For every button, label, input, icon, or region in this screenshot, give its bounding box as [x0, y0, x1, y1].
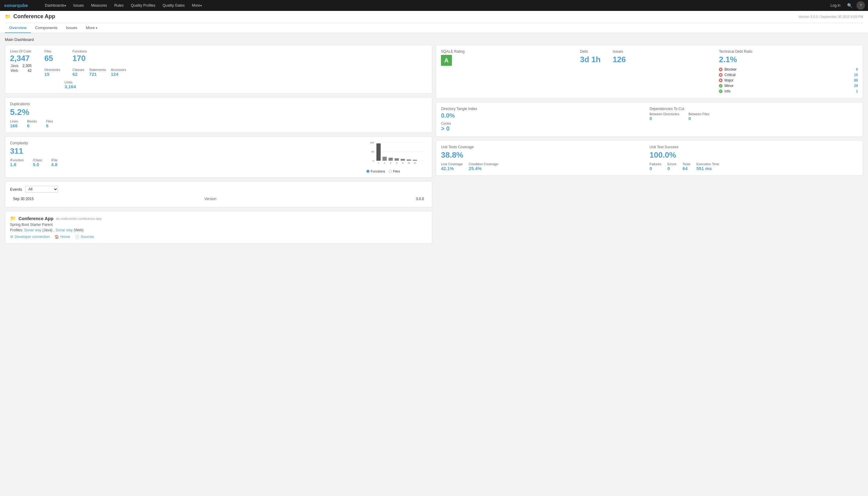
exec-time-value[interactable]: 551 ms [696, 166, 719, 171]
sqale-card: SQALE Rating A Debt 3d 1h Issues 126 [436, 45, 863, 98]
success-value[interactable]: 100.0% [649, 150, 858, 160]
directories-stat: Directories 15 [44, 68, 60, 77]
table-row: Web 42 [11, 68, 32, 73]
legend-functions[interactable]: Functions [366, 169, 385, 173]
developer-connection-link[interactable]: ⚙ Developer connection [10, 235, 50, 239]
dup-blocks-label: Blocks [27, 120, 37, 123]
sqale-badge[interactable]: A [441, 55, 452, 66]
logo[interactable]: sonarqube [3, 2, 36, 9]
major-count[interactable]: 86 [854, 78, 858, 82]
classes-stat: Classes 62 [73, 68, 84, 77]
accessors-label: Accessors [111, 68, 126, 72]
line-coverage-value[interactable]: 42.1% [441, 166, 463, 171]
complexity-value[interactable]: 311 [10, 146, 360, 156]
directories-value[interactable]: 15 [44, 72, 60, 77]
tech-debt-value[interactable]: 2.1% [719, 55, 858, 64]
nav-quality-profiles[interactable]: Quality Profiles [127, 0, 159, 11]
minor-count[interactable]: 29 [854, 84, 858, 88]
section-title: Main Dashboard [5, 37, 863, 42]
project-info-title: 📁 Conference App de.codecentric:conferen… [10, 216, 427, 221]
project-info-key: de.codecentric:conference-app [56, 217, 101, 220]
accessors-value[interactable]: 124 [111, 72, 126, 77]
complexity-left: Complexity 311 /Function 1.8 /Class 5.0 [10, 141, 360, 167]
errors-label: Errors [667, 162, 677, 166]
search-icon[interactable]: 🔍 [844, 3, 855, 8]
loc-value[interactable]: 2,347 [10, 54, 32, 63]
per-function-value[interactable]: 1.8 [10, 162, 23, 167]
functions-value[interactable]: 170 [73, 54, 126, 63]
lines-value[interactable]: 3,164 [65, 84, 76, 89]
info-count[interactable]: 1 [856, 89, 858, 93]
condition-coverage-value[interactable]: 25.4% [469, 166, 498, 171]
project-name: Conference App [13, 13, 55, 20]
tangle-value[interactable]: 0.0% [441, 112, 649, 119]
statements-value[interactable]: 721 [89, 72, 106, 77]
events-filter-select[interactable]: AllVersionQuality ProfileAlertProfile [25, 186, 58, 192]
developer-connection-label: Developer connection [15, 235, 50, 239]
nav-measures[interactable]: Measures [87, 0, 111, 11]
nav-dashboards[interactable]: Dashboards [41, 0, 70, 11]
dep-label: Dependencies To Cut [649, 107, 858, 111]
between-dirs-value[interactable]: 0 [649, 116, 679, 121]
project-links: ⚙ Developer connection 🏠 Home 📄 Sources [10, 235, 427, 239]
nav-more[interactable]: More [188, 0, 205, 11]
complexity-label: Complexity [10, 141, 360, 145]
profile-java-link[interactable]: Sonar way [24, 228, 42, 232]
svg-text:1: 1 [378, 162, 379, 164]
dup-lines-value[interactable]: 166 [10, 123, 18, 128]
files-value[interactable]: 65 [44, 54, 60, 63]
failures-value[interactable]: 0 [649, 166, 661, 171]
files-legend-label: Files [393, 169, 400, 173]
blocker-count[interactable]: 0 [856, 67, 858, 72]
lang-java-count: 2,305 [22, 64, 32, 68]
issue-type-blocker: ⊗ Blocker [719, 67, 737, 72]
project-profiles: Profiles: Sonar way (Java) , Sonar way (… [10, 228, 427, 232]
tab-issues[interactable]: Issues [62, 23, 82, 33]
sources-link[interactable]: 📄 Sources [75, 235, 94, 239]
legend-files[interactable]: Files [389, 169, 400, 173]
classes-value[interactable]: 62 [73, 72, 84, 77]
tab-components[interactable]: Components [31, 23, 62, 33]
help-icon[interactable]: ? [856, 1, 865, 10]
duplications-card: Duplications 5.2% Lines 166 Blocks 6 Fil… [5, 97, 432, 133]
critical-count[interactable]: 10 [854, 73, 858, 77]
main-content: Main Dashboard Lines Of Code 2,347 Java … [0, 33, 868, 248]
unit-tests-card: Unit Tests Coverage 38.8% Line Coverage … [436, 140, 863, 175]
nav-quality-gates[interactable]: Quality Gates [159, 0, 188, 11]
home-link[interactable]: 🏠 Home [54, 235, 70, 239]
table-row: Java 2,305 [11, 64, 32, 68]
login-button[interactable]: Log in [827, 3, 844, 7]
nav-rules[interactable]: Rules [111, 0, 127, 11]
per-file-label: /File [51, 158, 58, 162]
loc-block: Lines Of Code 2,347 Java 2,305 Web 42 [10, 49, 32, 77]
nav-issues[interactable]: Issues [70, 0, 88, 11]
issue-row-info: ✓ Info 1 [719, 89, 858, 94]
tab-more[interactable]: More [81, 23, 101, 33]
table-row: Sep 30 2015 Version 3.0.0 [11, 196, 426, 202]
debt-value[interactable]: 3d 1h [580, 55, 601, 64]
dup-files-value[interactable]: 6 [46, 123, 53, 128]
cycles-value[interactable]: > 0 [441, 125, 649, 132]
profile-web-link[interactable]: Sonar way [56, 228, 73, 232]
tab-overview[interactable]: Overview [5, 23, 31, 33]
svg-rect-11 [401, 159, 405, 161]
coverage-value[interactable]: 38.8% [441, 150, 649, 160]
events-card: Events AllVersionQuality ProfileAlertPro… [5, 181, 432, 207]
events-label: Events [10, 187, 22, 191]
dup-blocks-value[interactable]: 6 [27, 123, 37, 128]
debt-block: Debt 3d 1h [580, 49, 601, 67]
functions-legend-label: Functions [370, 169, 385, 173]
issues-value[interactable]: 126 [613, 55, 626, 64]
between-files-value[interactable]: 0 [688, 116, 709, 121]
per-file-value[interactable]: 4.8 [51, 162, 58, 167]
per-function-label: /Function [10, 158, 23, 162]
svg-rect-12 [407, 159, 411, 161]
svg-text:6: 6 [396, 162, 397, 164]
tests-value[interactable]: 64 [682, 166, 690, 171]
issue-type-major: ⊗ Major [719, 78, 733, 82]
per-class-value[interactable]: 5.0 [33, 162, 42, 167]
svg-text:8: 8 [402, 162, 404, 164]
duplications-value[interactable]: 5.2% [10, 107, 427, 117]
profile-java-lang: (Java) , [43, 228, 56, 232]
errors-value[interactable]: 0 [667, 166, 677, 171]
